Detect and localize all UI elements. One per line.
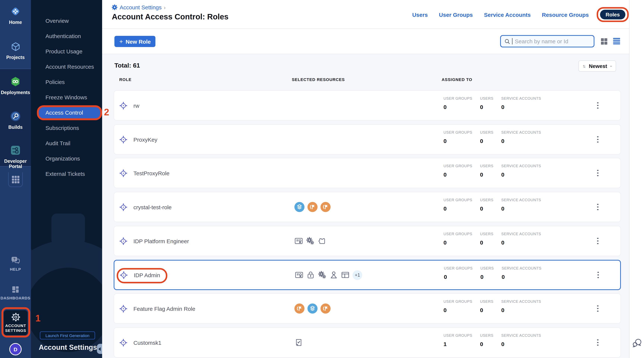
nav-item-organizations[interactable]: Organizations <box>46 153 80 164</box>
nav-item-external-tickets[interactable]: External Tickets <box>46 168 85 180</box>
assigned-value: 0 <box>501 341 541 347</box>
nav-item-policies[interactable]: Policies <box>46 77 65 88</box>
role-name-link[interactable]: TestProxyRole <box>134 170 170 176</box>
module-grid-icon <box>11 175 20 184</box>
feedback-chat-icon[interactable] <box>632 338 642 348</box>
assigned-label: USER GROUPS <box>444 266 480 270</box>
projects-cube-icon <box>10 42 20 52</box>
launch-first-generation-button[interactable]: Launch First Generation <box>40 331 95 339</box>
grid-view-button[interactable] <box>601 38 608 45</box>
collapse-nav-button[interactable] <box>97 344 102 354</box>
right-edge-strip <box>629 0 644 358</box>
selected-resources-cell <box>294 192 330 222</box>
search-box[interactable] <box>500 35 594 47</box>
nav-item-authentication[interactable]: Authentication <box>46 31 81 42</box>
assigned-value: 0 <box>444 104 480 110</box>
tab-resource-groups[interactable]: Resource Groups <box>542 11 589 18</box>
table-row[interactable]: TestProxyRole USER GROUPS0USERS0SERVICE … <box>114 158 621 188</box>
total-count: Total: 61 <box>114 62 140 69</box>
assigned-label: SERVICE ACCOUNTS <box>501 130 541 134</box>
table-row[interactable]: IDP Admin +1 USER GROUPS0USERS0SERVICE A… <box>114 260 621 290</box>
sort-value: Newest <box>589 63 607 69</box>
role-name-link[interactable]: Customsk1 <box>134 339 161 346</box>
sidebar-item-account-settings[interactable]: ACCOUNT SETTINGS <box>4 310 28 335</box>
kebab-menu-button[interactable] <box>595 91 600 120</box>
role-crosshair-icon <box>120 102 127 109</box>
nav-item-overview[interactable]: Overview <box>46 15 69 27</box>
sort-dropdown[interactable]: ↑↓ Newest <box>578 61 616 72</box>
role-crosshair-icon <box>120 237 127 245</box>
assigned-col-user_groups: USER GROUPS0 <box>444 164 480 178</box>
new-role-button[interactable]: + New Role <box>114 36 156 47</box>
assigned-label: SERVICE ACCOUNTS <box>501 164 541 168</box>
tab-roles-pill[interactable]: Roles <box>600 10 625 20</box>
sidebar-item-label: DASHBOARDS <box>0 296 30 300</box>
table-row[interactable]: IDP Platform Engineer USER GROUPS0USERS0… <box>114 226 621 256</box>
breadcrumb-link[interactable]: Account Settings <box>120 4 162 11</box>
sidebar-item-label: HELP <box>10 267 21 272</box>
resource-certificate-icon <box>295 271 303 279</box>
sidebar-item-help[interactable]: ? HELP <box>0 256 31 272</box>
resource-certificate-icon <box>294 237 303 245</box>
search-input[interactable] <box>515 38 590 44</box>
table-row[interactable]: Feature Flag Admin Role USER GROUPS0USER… <box>114 293 621 324</box>
tab-users[interactable]: Users <box>412 11 428 18</box>
role-crosshair-icon <box>120 305 127 312</box>
role-name-link[interactable]: rw <box>134 102 140 109</box>
sidebar-item-deployments[interactable]: Deployments <box>0 77 31 95</box>
assigned-to-cell: USER GROUPS0USERS0SERVICE ACCOUNTS0 <box>444 266 542 280</box>
sidebar-item-dashboards[interactable]: DASHBOARDS <box>0 285 31 300</box>
resource-plugin-icon <box>318 237 326 245</box>
table-row[interactable]: Customsk1 USER GROUPS1USERS0SERVICE ACCO… <box>114 327 621 358</box>
nav-item-access-control[interactable]: Access Control <box>38 107 101 118</box>
sidebar-item-label: ACCOUNT SETTINGS <box>4 323 28 333</box>
column-header-role: ROLE <box>119 77 132 82</box>
nav-item-subscriptions[interactable]: Subscriptions <box>46 122 79 134</box>
kebab-menu-button[interactable] <box>595 125 600 154</box>
kebab-menu-button[interactable] <box>595 158 600 188</box>
tab-roles[interactable]: Roles <box>600 10 625 20</box>
sidebar-item-developer-portal[interactable]: Developer Portal <box>0 145 31 169</box>
nav-item-freeze-windows[interactable]: Freeze Windows <box>46 92 87 103</box>
user-avatar[interactable]: D <box>9 343 22 355</box>
nav-item-product-usage[interactable]: Product Usage <box>46 46 82 57</box>
role-name-link[interactable]: IDP Admin <box>134 272 160 278</box>
kebab-menu-button[interactable] <box>595 192 600 222</box>
table-row[interactable]: crystal-test-role USER GROUPS0USERS0SERV… <box>114 192 621 222</box>
sidebar-item-builds[interactable]: Builds <box>0 111 31 130</box>
assigned-col-user_groups: USER GROUPS1 <box>444 333 480 347</box>
assigned-to-cell: USER GROUPS0USERS0SERVICE ACCOUNTS0 <box>444 232 541 246</box>
sidebar-item-home[interactable]: Home <box>0 6 31 25</box>
breadcrumb[interactable]: Account Settings › <box>112 4 166 11</box>
sidebar-item-label: Projects <box>6 55 25 60</box>
sidebar-item-projects[interactable]: Projects <box>0 42 31 60</box>
assigned-col-service_accounts: SERVICE ACCOUNTS0 <box>501 130 541 144</box>
column-header-assigned-to: ASSIGNED TO <box>442 77 472 82</box>
role-name-link[interactable]: IDP Platform Engineer <box>134 238 189 244</box>
tab-user-groups[interactable]: User Groups <box>439 11 473 18</box>
nav-item-account-resources[interactable]: Account Resources <box>46 61 94 72</box>
kebab-menu-button[interactable] <box>595 226 600 256</box>
tab-service-accounts[interactable]: Service Accounts <box>484 11 531 18</box>
kebab-menu-button[interactable] <box>596 261 601 289</box>
table-row[interactable]: rw USER GROUPS0USERS0SERVICE ACCOUNTS0 <box>114 90 621 121</box>
module-picker-button[interactable] <box>8 172 23 187</box>
role-name-link[interactable]: Feature Flag Admin Role <box>134 305 195 312</box>
table-row[interactable]: ProxyKey USER GROUPS0USERS0SERVICE ACCOU… <box>114 124 621 154</box>
assigned-label: USER GROUPS <box>444 333 480 337</box>
kebab-menu-button[interactable] <box>595 328 600 357</box>
assigned-value: 0 <box>444 307 480 313</box>
assigned-col-users: USERS0 <box>480 266 502 280</box>
assigned-label: USERS <box>480 232 501 236</box>
role-name-link[interactable]: ProxyKey <box>134 136 157 143</box>
role-crosshair-icon <box>120 339 127 346</box>
nav-footer-title: Account Settings <box>39 343 97 352</box>
collapse-left-icon <box>98 347 100 351</box>
list-view-button[interactable] <box>613 38 620 44</box>
assigned-col-users: USERS0 <box>480 232 501 246</box>
assigned-label: USERS <box>480 299 501 303</box>
role-name-link[interactable]: crystal-test-role <box>134 204 172 210</box>
resource-orange-flag-circle-icon <box>294 303 304 314</box>
kebab-menu-button[interactable] <box>595 294 600 323</box>
nav-item-audit-trail[interactable]: Audit Trail <box>46 138 70 149</box>
